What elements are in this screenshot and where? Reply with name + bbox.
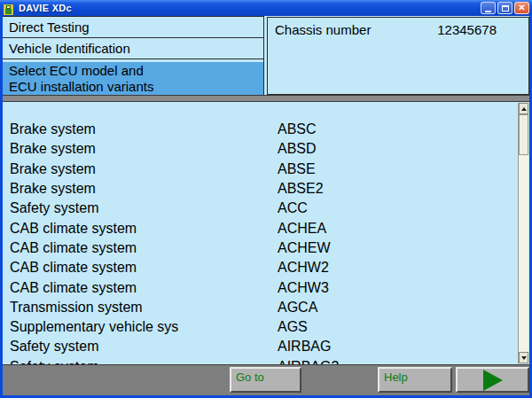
header-separator [3, 95, 529, 102]
ecu-code: AGS [278, 319, 308, 335]
scroll-down-button[interactable] [519, 352, 528, 363]
close-icon: ✕ [518, 4, 525, 12]
list-row[interactable]: CAB climate system ACHW3 [10, 277, 529, 297]
close-button[interactable]: ✕ [514, 2, 529, 14]
list-row[interactable]: Transmission system AGCA [10, 298, 529, 317]
system-name: CAB climate system [10, 221, 278, 237]
nav-item-label: Direct Testing [9, 20, 90, 35]
chassis-number-value: 12345678 [437, 22, 497, 37]
list-row[interactable]: Brake system ABSE [10, 160, 529, 179]
header-section: Direct Testing Vehicle Identification Se… [3, 16, 529, 95]
ecu-code: AGCA [278, 300, 317, 316]
ecu-code: ACHW3 [278, 280, 329, 296]
system-name: Safety system [10, 339, 278, 355]
scrollbar-thumb[interactable] [519, 114, 528, 155]
ecu-code: ABSE2 [278, 181, 324, 197]
nav-item-select-ecu-model[interactable]: Select ECU model and ECU installation va… [3, 62, 263, 95]
window-title: DAVIE XDc [19, 3, 481, 13]
nav-item-label-line1: Select ECU model and [9, 63, 144, 79]
ecu-code: ABSD [278, 141, 317, 157]
nav-item-label-line2: ECU installation variants [9, 79, 153, 95]
minimize-icon [485, 11, 491, 12]
ecu-code: AIRBAG [278, 339, 331, 355]
system-name: Transmission system [10, 300, 278, 316]
chassis-number-label: Chassis number [275, 22, 371, 37]
ecu-code: ABSC [278, 121, 317, 137]
system-name: Brake system [10, 181, 278, 197]
scroll-down-icon [521, 356, 527, 360]
list-row[interactable]: CAB climate system ACHEW [10, 238, 529, 258]
system-name: CAB climate system [10, 280, 278, 296]
footer-bar: Go to Help [3, 364, 529, 395]
list-row[interactable]: Safety system AIRBAG [10, 337, 529, 356]
next-button[interactable] [456, 367, 529, 393]
nav-item-vehicle-identification[interactable]: Vehicle Identification [3, 38, 263, 59]
list-row[interactable]: Safety system ACC [10, 199, 529, 218]
ecu-code: ACHEW [278, 240, 331, 256]
app-icon [4, 3, 15, 14]
next-arrow-icon [483, 370, 503, 391]
list-row[interactable]: Brake system ABSE2 [10, 179, 529, 199]
system-name: Supplementary vehicle sys [10, 319, 278, 335]
ecu-code: ACHEA [278, 221, 326, 237]
ecu-code: ACC [278, 200, 308, 216]
list-row[interactable]: Brake system ABSD [10, 139, 529, 159]
list-row[interactable]: CAB climate system ACHEA [10, 218, 529, 238]
vertical-scrollbar[interactable] [518, 103, 528, 363]
help-button[interactable]: Help [378, 367, 452, 393]
goto-button[interactable]: Go to [230, 367, 301, 393]
system-name: Brake system [10, 121, 278, 137]
main-content: Direct Testing Vehicle Identification Se… [3, 16, 529, 395]
ecu-list-area: Brake system ABSC Brake system ABSD Brak… [3, 102, 529, 364]
list-row[interactable]: Brake system ABSC [10, 120, 529, 139]
nav-panel: Direct Testing Vehicle Identification Se… [3, 16, 264, 95]
minimize-button[interactable] [481, 2, 496, 14]
scroll-up-icon [521, 107, 527, 111]
list-row[interactable]: CAB climate system ACHW2 [10, 258, 529, 277]
scroll-up-button[interactable] [519, 103, 528, 114]
chassis-panel: Chassis number 12345678 [267, 17, 529, 95]
system-name: Safety system [10, 200, 278, 216]
ecu-list: Brake system ABSC Brake system ABSD Brak… [3, 102, 529, 364]
system-name: Brake system [10, 161, 278, 177]
scrollbar-track[interactable] [519, 114, 528, 352]
app-window: DAVIE XDc ✕ Direct Testing Vehicle Ident… [0, 0, 532, 398]
system-name: CAB climate system [10, 240, 278, 256]
system-name: Brake system [10, 141, 278, 157]
maximize-button[interactable] [497, 2, 512, 14]
title-bar[interactable]: DAVIE XDc ✕ [0, 0, 532, 16]
ecu-code: ABSE [278, 161, 316, 177]
maximize-icon [502, 5, 509, 12]
ecu-code: ACHW2 [278, 260, 329, 276]
nav-item-direct-testing[interactable]: Direct Testing [3, 17, 263, 38]
window-controls: ✕ [481, 2, 529, 14]
list-row[interactable]: Safety system AIRBAG2 [10, 357, 529, 364]
nav-item-label: Vehicle Identification [9, 41, 130, 56]
system-name: CAB climate system [10, 260, 278, 276]
list-row[interactable]: Supplementary vehicle sys AGS [10, 317, 529, 337]
